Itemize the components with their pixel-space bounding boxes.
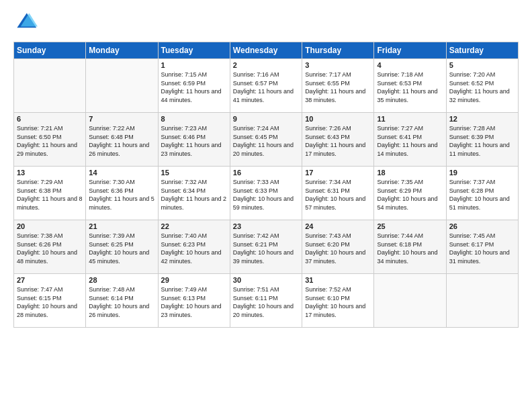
logo-icon (13, 11, 38, 35)
header (13, 11, 519, 35)
day-info: Sunrise: 7:17 AM Sunset: 6:55 PM Dayligh… (305, 71, 365, 103)
week-row-2: 6Sunrise: 7:21 AM Sunset: 6:50 PM Daylig… (14, 113, 519, 167)
calendar-cell (374, 274, 446, 328)
calendar-cell: 3Sunrise: 7:17 AM Sunset: 6:55 PM Daylig… (302, 59, 374, 113)
day-info: Sunrise: 7:30 AM Sunset: 6:36 PM Dayligh… (89, 179, 154, 211)
day-number: 10 (305, 115, 371, 123)
day-info: Sunrise: 7:28 AM Sunset: 6:39 PM Dayligh… (449, 125, 510, 157)
day-number: 17 (305, 169, 371, 177)
calendar-cell: 4Sunrise: 7:18 AM Sunset: 6:53 PM Daylig… (374, 59, 446, 113)
day-number: 19 (449, 169, 515, 177)
day-number: 15 (161, 169, 227, 177)
day-info: Sunrise: 7:35 AM Sunset: 6:29 PM Dayligh… (377, 179, 437, 211)
day-number: 25 (377, 222, 443, 230)
day-info: Sunrise: 7:18 AM Sunset: 6:53 PM Dayligh… (377, 71, 437, 103)
page: SundayMondayTuesdayWednesdayThursdayFrid… (0, 0, 532, 334)
day-info: Sunrise: 7:26 AM Sunset: 6:43 PM Dayligh… (305, 125, 365, 157)
day-number: 8 (161, 115, 227, 123)
day-info: Sunrise: 7:15 AM Sunset: 6:59 PM Dayligh… (161, 71, 222, 103)
day-info: Sunrise: 7:45 AM Sunset: 6:17 PM Dayligh… (449, 232, 510, 265)
day-info: Sunrise: 7:34 AM Sunset: 6:31 PM Dayligh… (305, 179, 365, 211)
day-number: 16 (233, 169, 299, 177)
calendar-cell: 24Sunrise: 7:43 AM Sunset: 6:20 PM Dayli… (302, 220, 374, 274)
day-number: 9 (233, 115, 299, 123)
header-row: SundayMondayTuesdayWednesdayThursdayFrid… (14, 42, 519, 59)
calendar-cell: 26Sunrise: 7:45 AM Sunset: 6:17 PM Dayli… (446, 220, 518, 274)
day-number: 28 (89, 276, 154, 284)
calendar-cell (86, 59, 158, 113)
day-number: 7 (89, 115, 154, 123)
day-number: 30 (233, 276, 299, 284)
logo (13, 11, 40, 35)
day-number: 27 (17, 276, 83, 284)
calendar-cell: 6Sunrise: 7:21 AM Sunset: 6:50 PM Daylig… (14, 113, 86, 167)
day-info: Sunrise: 7:27 AM Sunset: 6:41 PM Dayligh… (377, 125, 437, 157)
day-number: 6 (17, 115, 83, 123)
day-info: Sunrise: 7:33 AM Sunset: 6:33 PM Dayligh… (233, 179, 294, 211)
day-info: Sunrise: 7:44 AM Sunset: 6:18 PM Dayligh… (377, 232, 437, 265)
day-info: Sunrise: 7:20 AM Sunset: 6:52 PM Dayligh… (449, 71, 510, 103)
calendar-cell: 7Sunrise: 7:22 AM Sunset: 6:48 PM Daylig… (86, 113, 158, 167)
col-header-monday: Monday (86, 42, 158, 59)
calendar-cell: 22Sunrise: 7:40 AM Sunset: 6:23 PM Dayli… (158, 220, 230, 274)
calendar-cell: 18Sunrise: 7:35 AM Sunset: 6:29 PM Dayli… (374, 167, 446, 220)
calendar-cell: 5Sunrise: 7:20 AM Sunset: 6:52 PM Daylig… (446, 59, 518, 113)
calendar-cell: 25Sunrise: 7:44 AM Sunset: 6:18 PM Dayli… (374, 220, 446, 274)
calendar-cell (14, 59, 86, 113)
col-header-friday: Friday (374, 42, 446, 59)
col-header-thursday: Thursday (302, 42, 374, 59)
day-number: 1 (161, 61, 227, 69)
day-info: Sunrise: 7:37 AM Sunset: 6:28 PM Dayligh… (449, 179, 510, 211)
day-number: 29 (161, 276, 227, 284)
col-header-wednesday: Wednesday (230, 42, 302, 59)
calendar-cell: 28Sunrise: 7:48 AM Sunset: 6:14 PM Dayli… (86, 274, 158, 328)
day-number: 3 (305, 61, 371, 69)
calendar-cell: 12Sunrise: 7:28 AM Sunset: 6:39 PM Dayli… (446, 113, 518, 167)
calendar-cell: 17Sunrise: 7:34 AM Sunset: 6:31 PM Dayli… (302, 167, 374, 220)
week-row-4: 20Sunrise: 7:38 AM Sunset: 6:26 PM Dayli… (14, 220, 519, 274)
calendar-cell: 1Sunrise: 7:15 AM Sunset: 6:59 PM Daylig… (158, 59, 230, 113)
day-number: 5 (449, 61, 515, 69)
day-info: Sunrise: 7:38 AM Sunset: 6:26 PM Dayligh… (17, 232, 77, 265)
col-header-sunday: Sunday (14, 42, 86, 59)
calendar-cell: 16Sunrise: 7:33 AM Sunset: 6:33 PM Dayli… (230, 167, 302, 220)
day-info: Sunrise: 7:42 AM Sunset: 6:21 PM Dayligh… (233, 232, 294, 265)
day-number: 22 (161, 222, 227, 230)
week-row-1: 1Sunrise: 7:15 AM Sunset: 6:59 PM Daylig… (14, 59, 519, 113)
day-info: Sunrise: 7:32 AM Sunset: 6:34 PM Dayligh… (161, 179, 227, 211)
day-info: Sunrise: 7:23 AM Sunset: 6:46 PM Dayligh… (161, 125, 222, 157)
day-number: 24 (305, 222, 371, 230)
day-info: Sunrise: 7:47 AM Sunset: 6:15 PM Dayligh… (17, 286, 77, 318)
day-number: 12 (449, 115, 515, 123)
day-info: Sunrise: 7:51 AM Sunset: 6:11 PM Dayligh… (233, 286, 294, 318)
day-number: 23 (233, 222, 299, 230)
day-info: Sunrise: 7:24 AM Sunset: 6:45 PM Dayligh… (233, 125, 294, 157)
calendar-cell: 2Sunrise: 7:16 AM Sunset: 6:57 PM Daylig… (230, 59, 302, 113)
day-info: Sunrise: 7:29 AM Sunset: 6:38 PM Dayligh… (17, 179, 83, 211)
calendar-cell: 9Sunrise: 7:24 AM Sunset: 6:45 PM Daylig… (230, 113, 302, 167)
calendar-cell: 30Sunrise: 7:51 AM Sunset: 6:11 PM Dayli… (230, 274, 302, 328)
calendar-cell: 23Sunrise: 7:42 AM Sunset: 6:21 PM Dayli… (230, 220, 302, 274)
day-info: Sunrise: 7:52 AM Sunset: 6:10 PM Dayligh… (305, 286, 365, 318)
week-row-3: 13Sunrise: 7:29 AM Sunset: 6:38 PM Dayli… (14, 167, 519, 220)
calendar-cell: 11Sunrise: 7:27 AM Sunset: 6:41 PM Dayli… (374, 113, 446, 167)
calendar-cell: 31Sunrise: 7:52 AM Sunset: 6:10 PM Dayli… (302, 274, 374, 328)
calendar-cell: 14Sunrise: 7:30 AM Sunset: 6:36 PM Dayli… (86, 167, 158, 220)
day-info: Sunrise: 7:43 AM Sunset: 6:20 PM Dayligh… (305, 232, 365, 265)
calendar-cell: 10Sunrise: 7:26 AM Sunset: 6:43 PM Dayli… (302, 113, 374, 167)
calendar-cell (446, 274, 518, 328)
day-number: 26 (449, 222, 515, 230)
day-info: Sunrise: 7:40 AM Sunset: 6:23 PM Dayligh… (161, 232, 222, 265)
calendar-cell: 20Sunrise: 7:38 AM Sunset: 6:26 PM Dayli… (14, 220, 86, 274)
week-row-5: 27Sunrise: 7:47 AM Sunset: 6:15 PM Dayli… (14, 274, 519, 328)
day-info: Sunrise: 7:16 AM Sunset: 6:57 PM Dayligh… (233, 71, 294, 103)
calendar-cell: 21Sunrise: 7:39 AM Sunset: 6:25 PM Dayli… (86, 220, 158, 274)
calendar-table: SundayMondayTuesdayWednesdayThursdayFrid… (13, 42, 519, 328)
calendar-cell: 8Sunrise: 7:23 AM Sunset: 6:46 PM Daylig… (158, 113, 230, 167)
calendar-cell: 13Sunrise: 7:29 AM Sunset: 6:38 PM Dayli… (14, 167, 86, 220)
col-header-saturday: Saturday (446, 42, 518, 59)
calendar-cell: 15Sunrise: 7:32 AM Sunset: 6:34 PM Dayli… (158, 167, 230, 220)
day-info: Sunrise: 7:22 AM Sunset: 6:48 PM Dayligh… (89, 125, 149, 157)
day-number: 14 (89, 169, 154, 177)
calendar-cell: 19Sunrise: 7:37 AM Sunset: 6:28 PM Dayli… (446, 167, 518, 220)
